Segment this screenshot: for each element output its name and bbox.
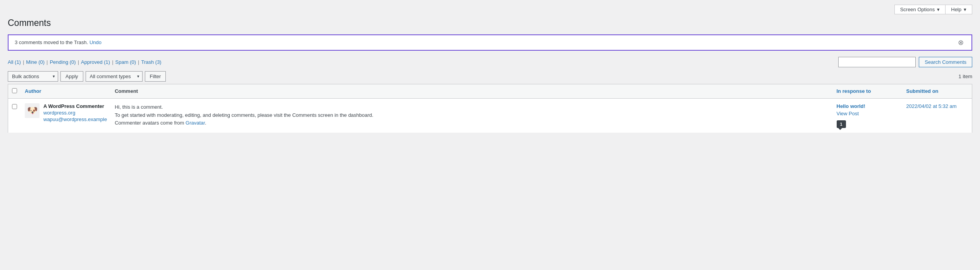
filter-trash[interactable]: Trash (3): [141, 59, 161, 65]
screen-options-button[interactable]: Screen Options ▾: [894, 5, 946, 14]
in-response-header[interactable]: In response to: [833, 84, 903, 98]
comment-type-wrapper: All comment types Comments Pings: [86, 71, 143, 82]
avatar: 🐶: [25, 103, 40, 118]
comment-line-2: To get started with moderating, editing,…: [115, 112, 373, 118]
help-label: Help: [951, 7, 961, 12]
notice-close-button[interactable]: ⊗: [956, 39, 965, 46]
screen-options-label: Screen Options: [900, 7, 935, 12]
undo-link[interactable]: Undo: [89, 39, 101, 45]
filter-mine[interactable]: Mine (0): [26, 59, 45, 65]
notice-text: 3 comments moved to the Trash. Undo: [15, 39, 101, 45]
submitted-date: 2022/04/02 at 5:32 am: [906, 103, 957, 109]
close-icon: ⊗: [958, 39, 964, 46]
in-response-cell: Hello world! View Post 1: [833, 98, 903, 133]
gravatar-link[interactable]: Gravatar: [186, 120, 205, 126]
filter-bar: All (1) | Mine (0) | Pending (0) | Appro…: [8, 57, 972, 67]
actions-left: Bulk actions Approve Unapprove Mark as S…: [8, 71, 166, 82]
comment-cell: Hi, this is a comment. To get started wi…: [111, 98, 832, 133]
search-comments-area: Search Comments: [838, 57, 972, 67]
row-checkbox[interactable]: [12, 104, 17, 109]
comment-line-1: Hi, this is a comment.: [115, 104, 163, 110]
comment-line-3: Commenter avatars come from Gravatar.: [115, 120, 206, 126]
page-title: Comments: [8, 17, 972, 29]
search-input[interactable]: [838, 57, 916, 67]
view-post-link[interactable]: View Post: [837, 111, 899, 116]
filter-spam[interactable]: Spam (0): [115, 59, 136, 65]
submitted-header[interactable]: Submitted on: [903, 84, 972, 98]
author-name: A WordPress Commenter: [43, 103, 107, 109]
filter-links: All (1) | Mine (0) | Pending (0) | Appro…: [8, 59, 162, 65]
author-details: A WordPress Commenter wordpress.org wapu…: [43, 103, 107, 122]
filter-pending[interactable]: Pending (0): [50, 59, 76, 65]
comment-header: Comment: [111, 84, 832, 98]
table-row: 🐶 A WordPress Commenter wordpress.org wa…: [8, 98, 972, 133]
notice-banner: 3 comments moved to the Trash. Undo ⊗: [8, 34, 972, 51]
actions-bar: Bulk actions Approve Unapprove Mark as S…: [8, 71, 972, 82]
search-comments-button[interactable]: Search Comments: [919, 57, 972, 67]
comments-table: Author Comment In response to Submitted …: [8, 84, 972, 133]
screen-options-chevron: ▾: [937, 7, 940, 12]
help-chevron: ▾: [964, 7, 966, 12]
comment-type-select[interactable]: All comment types Comments Pings: [86, 71, 143, 82]
select-all-checkbox[interactable]: [12, 88, 17, 93]
comment-badge: 1: [837, 120, 846, 128]
select-all-col: [8, 84, 21, 98]
in-response-link[interactable]: Hello world!: [837, 103, 899, 109]
filter-all[interactable]: All (1): [8, 59, 21, 65]
item-count: 1 item: [959, 73, 972, 79]
bulk-actions-wrapper: Bulk actions Approve Unapprove Mark as S…: [8, 71, 58, 82]
help-button[interactable]: Help ▾: [945, 5, 972, 14]
apply-button[interactable]: Apply: [60, 71, 83, 82]
filter-approved[interactable]: Approved (1): [81, 59, 110, 65]
bulk-actions-select[interactable]: Bulk actions Approve Unapprove Mark as S…: [8, 71, 58, 82]
row-checkbox-cell: [8, 98, 21, 133]
author-header[interactable]: Author: [21, 84, 111, 98]
filter-button[interactable]: Filter: [145, 71, 166, 82]
author-email[interactable]: wapuu@wordpress.example: [43, 116, 107, 122]
submitted-cell: 2022/04/02 at 5:32 am: [903, 98, 972, 133]
author-cell: 🐶 A WordPress Commenter wordpress.org wa…: [21, 98, 111, 133]
author-website[interactable]: wordpress.org: [43, 110, 107, 116]
